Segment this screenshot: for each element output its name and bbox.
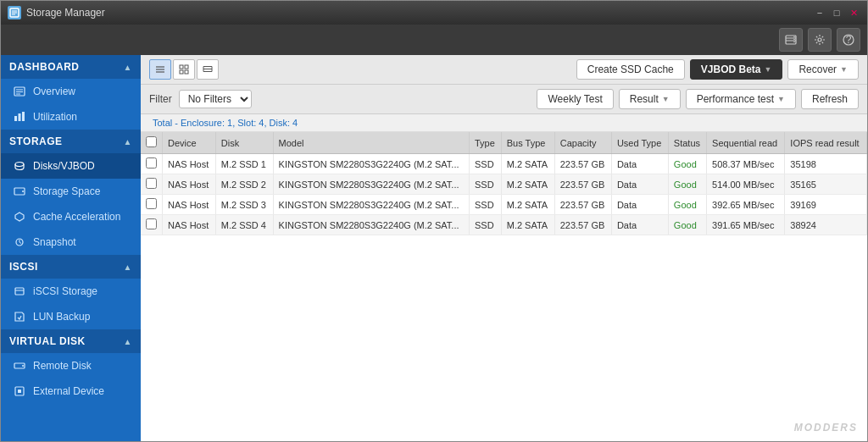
cell-bus-type: M.2 SATA — [501, 154, 554, 174]
external-device-icon — [13, 384, 26, 398]
performance-test-button[interactable]: Performance test ▼ — [686, 89, 796, 109]
cell-type: SSD — [469, 215, 501, 235]
cell-sequential-read: 391.65 MB/sec — [707, 215, 785, 235]
cell-bus-type: M.2 SATA — [501, 195, 554, 215]
disk-table: Device Disk Model Type Bus Type Capacity… — [141, 132, 867, 235]
cell-iops-read: 39169 — [785, 195, 867, 215]
col-disk: Disk — [215, 132, 273, 154]
table-row: NAS Host M.2 SSD 3 KINGSTON SM2280S3G224… — [141, 195, 867, 215]
filter-group: Filter No Filters SSD HDD M.2 — [149, 90, 252, 108]
cell-device: NAS Host — [163, 154, 216, 174]
lun-backup-icon — [13, 310, 26, 323]
sidebar-section-dashboard[interactable]: DASHBOARD ▲ — [1, 55, 141, 79]
cell-capacity: 223.57 GB — [554, 195, 611, 215]
weekly-test-button[interactable]: Weekly Test — [537, 89, 613, 109]
sidebar-item-disks-vjbod[interactable]: Disks/VJBOD — [1, 153, 141, 179]
cell-status: Good — [668, 195, 706, 215]
remote-disk-icon — [13, 359, 26, 373]
cell-type: SSD — [469, 195, 501, 215]
main-actions: Create SSD Cache VJBOD Beta ▼ Recover ▼ — [576, 59, 859, 80]
detail-view-button[interactable] — [197, 59, 219, 80]
toolbar-storage-icon[interactable] — [779, 28, 803, 52]
cell-disk: M.2 SSD 1 — [215, 154, 273, 174]
vjbod-button[interactable]: VJBOD Beta ▼ — [690, 59, 783, 80]
sidebar-item-lun-backup[interactable]: LUN Backup — [1, 304, 141, 329]
svg-rect-19 — [22, 112, 25, 121]
cell-type: SSD — [469, 174, 501, 195]
row-checkbox-3[interactable] — [146, 218, 157, 229]
svg-rect-34 — [185, 65, 188, 69]
title-bar-left: Storage Manager — [8, 6, 105, 19]
sidebar-item-overview[interactable]: Overview — [1, 79, 141, 104]
col-model: Model — [273, 132, 469, 154]
close-button[interactable]: ✕ — [847, 6, 860, 19]
view-toggle-group — [149, 59, 219, 80]
svg-point-20 — [15, 163, 24, 167]
cell-iops-read: 35198 — [785, 154, 867, 174]
cell-bus-type: M.2 SATA — [501, 215, 554, 235]
row-checkbox-cell — [141, 215, 163, 235]
filter-bar: Filter No Filters SSD HDD M.2 Weekly Tes… — [141, 85, 867, 114]
cell-iops-read: 35165 — [785, 174, 867, 195]
help-icon-btn[interactable]: ? — [837, 28, 860, 52]
sidebar-item-snapshot[interactable]: Snapshot — [1, 229, 141, 255]
create-ssd-cache-button[interactable]: Create SSD Cache — [576, 59, 685, 80]
select-all-checkbox[interactable] — [146, 136, 157, 147]
snapshot-icon — [13, 235, 26, 249]
row-checkbox-0[interactable] — [146, 157, 157, 169]
cell-model: KINGSTON SM2280S3G2240G (M.2 SAT... — [273, 195, 469, 215]
vjbod-dropdown-arrow: ▼ — [764, 65, 771, 74]
cell-disk: M.2 SSD 4 — [215, 215, 273, 235]
action-bar: Create SSD Cache VJBOD Beta ▼ Recover ▼ — [141, 55, 867, 85]
cell-status: Good — [668, 154, 706, 174]
svg-rect-17 — [14, 116, 17, 121]
filter-select[interactable]: No Filters SSD HDD M.2 — [179, 90, 252, 108]
virtual-disk-chevron: ▲ — [124, 337, 132, 346]
main-content: Create SSD Cache VJBOD Beta ▼ Recover ▼ … — [141, 55, 867, 441]
iscsi-storage-icon — [13, 285, 26, 298]
sidebar-item-utilization[interactable]: Utilization — [1, 104, 141, 130]
cell-used-type: Data — [611, 195, 668, 215]
settings-icon-btn[interactable] — [808, 28, 832, 52]
sidebar-section-iscsi[interactable]: iSCSI ▲ — [1, 255, 141, 279]
sidebar-item-cache-acceleration[interactable]: Cache Acceleration — [1, 204, 141, 229]
minimize-button[interactable]: − — [813, 6, 826, 19]
sidebar-item-storage-space[interactable]: Storage Space — [1, 179, 141, 204]
table-row: NAS Host M.2 SSD 4 KINGSTON SM2280S3G224… — [141, 215, 867, 235]
maximize-button[interactable]: □ — [830, 6, 843, 19]
sidebar-item-external-device[interactable]: External Device — [1, 378, 141, 404]
window-controls: − □ ✕ — [813, 6, 860, 19]
svg-point-22 — [22, 191, 24, 192]
cell-status: Good — [668, 215, 706, 235]
col-status: Status — [668, 132, 706, 154]
svg-point-8 — [793, 39, 795, 41]
refresh-button[interactable]: Refresh — [801, 89, 859, 109]
sidebar-item-iscsi-storage[interactable]: iSCSI Storage — [1, 279, 141, 304]
svg-rect-35 — [180, 70, 183, 74]
list-view-button[interactable] — [149, 59, 171, 80]
recover-button[interactable]: Recover ▼ — [787, 59, 859, 80]
row-checkbox-1[interactable] — [146, 178, 157, 189]
sidebar-item-remote-disk[interactable]: Remote Disk — [1, 353, 141, 378]
sidebar: DASHBOARD ▲ Overview Utilization STORAGE… — [1, 55, 141, 441]
cell-device: NAS Host — [163, 215, 216, 235]
svg-rect-33 — [180, 65, 183, 69]
table-header: Device Disk Model Type Bus Type Capacity… — [141, 132, 867, 154]
cell-capacity: 223.57 GB — [554, 154, 611, 174]
svg-rect-36 — [185, 70, 188, 74]
sidebar-section-virtual-disk[interactable]: VIRTUAL DISK ▲ — [1, 329, 141, 353]
sidebar-section-storage[interactable]: STORAGE ▲ — [1, 130, 141, 153]
table-row: NAS Host M.2 SSD 2 KINGSTON SM2280S3G224… — [141, 174, 867, 195]
result-button[interactable]: Result ▼ — [619, 89, 681, 109]
col-sequential-read: Sequential read — [707, 132, 785, 154]
grid-view-button[interactable] — [173, 59, 195, 80]
cell-capacity: 223.57 GB — [554, 215, 611, 235]
col-iops-read: IOPS read result — [785, 132, 867, 154]
row-checkbox-2[interactable] — [146, 198, 157, 209]
svg-point-9 — [793, 41, 795, 43]
col-capacity: Capacity — [554, 132, 611, 154]
storage-space-icon — [13, 185, 26, 198]
storage-chevron: ▲ — [124, 137, 132, 146]
cell-device: NAS Host — [163, 174, 216, 195]
cell-sequential-read: 392.65 MB/sec — [707, 195, 785, 215]
